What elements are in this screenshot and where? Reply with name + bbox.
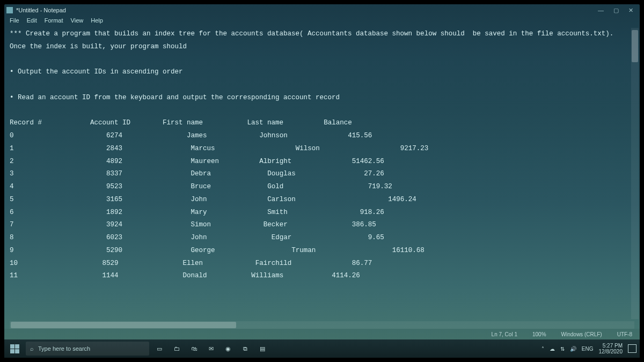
- cell: 11: [10, 272, 18, 279]
- cell: 918.26: [360, 209, 384, 216]
- status-zoom: 100%: [532, 331, 546, 337]
- cell: 86.77: [352, 260, 372, 267]
- window-title: *Untitled - Notepad: [16, 7, 66, 13]
- tray-time: 5:27 PM: [599, 343, 623, 349]
- maximize-button[interactable]: ▢: [613, 7, 619, 14]
- cell: 8337: [106, 170, 122, 178]
- col-header: Balance: [324, 119, 352, 127]
- cell: Debra: [191, 170, 211, 178]
- cell: 9217.23: [400, 145, 429, 152]
- cell: Gold: [267, 183, 283, 190]
- cell: 1144: [103, 272, 119, 279]
- cell: 3924: [106, 221, 122, 228]
- cell: John: [191, 234, 207, 241]
- cell: 0: [10, 132, 14, 139]
- menu-format[interactable]: Format: [45, 17, 63, 24]
- vscode-icon[interactable]: ⧉: [239, 343, 251, 354]
- cell: 719.32: [368, 183, 392, 190]
- tray-wifi-icon[interactable]: ⇅: [560, 346, 565, 352]
- statusbar: Ln 7, Col 1 100% Windows (CRLF) UTF-8: [4, 329, 640, 339]
- cell: Williams: [251, 272, 283, 279]
- cell: 7: [10, 221, 14, 228]
- store-icon[interactable]: 🛍: [188, 343, 200, 354]
- cell: 10: [10, 260, 18, 267]
- status-position: Ln 7, Col 1: [492, 331, 517, 337]
- taskbar-search[interactable]: ⌕ Type here to search: [26, 342, 149, 356]
- tray-clock[interactable]: 5:27 PM 12/8/2020: [599, 343, 623, 354]
- cell: 3165: [106, 196, 122, 203]
- cell: 5: [10, 196, 14, 203]
- status-eol: Windows (CRLF): [561, 331, 602, 337]
- edge-icon[interactable]: ◉: [222, 343, 234, 354]
- cell: Truman: [291, 247, 316, 254]
- cell: 2: [10, 158, 14, 165]
- cell: 9523: [106, 183, 122, 190]
- notifications-icon[interactable]: [628, 344, 636, 353]
- col-header: Last name: [247, 119, 284, 127]
- cell: 1: [10, 145, 14, 152]
- tray-cloud-icon[interactable]: ☁: [550, 346, 555, 352]
- tray-date: 12/8/2020: [599, 349, 623, 354]
- menu-edit[interactable]: Edit: [27, 17, 37, 24]
- cell: Wilson: [296, 145, 320, 152]
- col-header: Record #: [10, 119, 42, 127]
- horizontal-scrollbar[interactable]: [10, 321, 634, 329]
- line: Once the index is built, your program sh…: [10, 43, 187, 50]
- cell: Maureen: [191, 158, 219, 165]
- status-encoding: UTF-8: [617, 331, 632, 337]
- titlebar: *Untitled - Notepad — ▢ ✕: [4, 4, 640, 16]
- tray-language[interactable]: ENG: [582, 346, 594, 352]
- taskbar: ⌕ Type here to search ▭ 🗀 🛍 ✉ ◉ ⧉ ▤ ˄ ☁ …: [4, 339, 640, 358]
- explorer-icon[interactable]: 🗀: [171, 343, 182, 354]
- cell: 6274: [106, 132, 122, 139]
- cell: 1892: [106, 209, 122, 216]
- cell: 16110.68: [392, 247, 425, 254]
- col-header: Account ID: [90, 119, 130, 127]
- cell: Simon: [191, 221, 211, 228]
- line-bullet: Read an account ID from the keyboard and…: [10, 94, 340, 101]
- search-icon: ⌕: [30, 345, 34, 352]
- cell: John: [191, 196, 207, 203]
- cell: Marcus: [191, 145, 215, 152]
- cell: 5290: [106, 247, 122, 254]
- cell: 1496.24: [388, 196, 416, 203]
- cell: 6023: [106, 234, 122, 241]
- cell: 4: [10, 183, 14, 190]
- scrollbar-thumb[interactable]: [632, 30, 638, 62]
- cell: Becker: [264, 221, 288, 228]
- cell: 6: [10, 209, 14, 216]
- cell: Edgar: [272, 234, 292, 241]
- menu-help[interactable]: Help: [91, 17, 103, 24]
- task-view-icon[interactable]: ▭: [153, 343, 165, 354]
- cell: 2843: [106, 145, 122, 152]
- close-button[interactable]: ✕: [628, 7, 633, 14]
- cell: Mary: [191, 209, 207, 216]
- text-editor[interactable]: *** Create a program that builds an inde…: [4, 26, 640, 321]
- cell: 9: [10, 247, 14, 254]
- cell: 8: [10, 234, 14, 241]
- cell: Smith: [267, 209, 288, 216]
- start-button[interactable]: [8, 342, 21, 356]
- minimize-button[interactable]: —: [598, 7, 604, 14]
- line: *** Create a program that builds an inde…: [10, 30, 613, 38]
- cell: Bruce: [191, 183, 211, 190]
- tray-chevron-icon[interactable]: ˄: [541, 346, 544, 352]
- vertical-scrollbar[interactable]: [631, 28, 639, 319]
- cell: Albright: [259, 158, 291, 165]
- tray-volume-icon[interactable]: 🔊: [570, 346, 576, 352]
- notepad-icon: [6, 7, 13, 13]
- menu-file[interactable]: File: [10, 17, 19, 24]
- cell: 386.85: [352, 221, 376, 228]
- cell: 4114.26: [332, 272, 360, 279]
- notepad-taskbar-icon[interactable]: ▤: [257, 343, 268, 354]
- cell: Donald: [183, 272, 207, 279]
- cell: 51462.56: [352, 158, 384, 165]
- scrollbar-thumb[interactable]: [11, 322, 236, 328]
- cell: 8529: [103, 260, 119, 267]
- cell: 415.56: [348, 132, 372, 139]
- line-bullet: Output the account IDs in ascending orde…: [10, 68, 183, 76]
- cell: Ellen: [183, 260, 203, 267]
- windows-icon: [10, 344, 19, 353]
- menu-view[interactable]: View: [71, 17, 84, 24]
- mail-icon[interactable]: ✉: [205, 343, 217, 354]
